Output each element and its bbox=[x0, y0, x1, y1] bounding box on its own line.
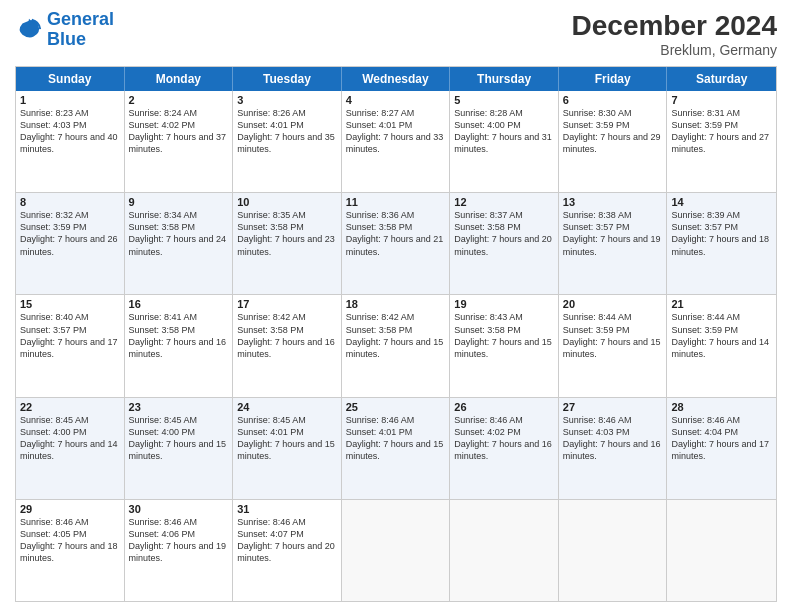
cell-info: Sunrise: 8:46 AM Sunset: 4:05 PM Dayligh… bbox=[20, 516, 120, 565]
cell-info: Sunrise: 8:36 AM Sunset: 3:58 PM Dayligh… bbox=[346, 209, 446, 258]
cell-info: Sunrise: 8:44 AM Sunset: 3:59 PM Dayligh… bbox=[671, 311, 772, 360]
day-num: 10 bbox=[237, 196, 337, 208]
cell-5-fri-empty bbox=[559, 500, 668, 601]
cell-info: Sunrise: 8:24 AM Sunset: 4:02 PM Dayligh… bbox=[129, 107, 229, 156]
week-row-4: 22 Sunrise: 8:45 AM Sunset: 4:00 PM Dayl… bbox=[16, 398, 776, 500]
logo-line1: General bbox=[47, 9, 114, 29]
cell-info: Sunrise: 8:46 AM Sunset: 4:01 PM Dayligh… bbox=[346, 414, 446, 463]
cell-5-mon: 30 Sunrise: 8:46 AM Sunset: 4:06 PM Dayl… bbox=[125, 500, 234, 601]
day-num: 27 bbox=[563, 401, 663, 413]
cell-5-sat-empty bbox=[667, 500, 776, 601]
cell-3-sat: 21 Sunrise: 8:44 AM Sunset: 3:59 PM Dayl… bbox=[667, 295, 776, 396]
cell-3-sun: 15 Sunrise: 8:40 AM Sunset: 3:57 PM Dayl… bbox=[16, 295, 125, 396]
cell-1-wed: 4 Sunrise: 8:27 AM Sunset: 4:01 PM Dayli… bbox=[342, 91, 451, 192]
logo-text: General Blue bbox=[47, 10, 114, 50]
cell-4-tue: 24 Sunrise: 8:45 AM Sunset: 4:01 PM Dayl… bbox=[233, 398, 342, 499]
day-num: 30 bbox=[129, 503, 229, 515]
day-num: 26 bbox=[454, 401, 554, 413]
cell-info: Sunrise: 8:45 AM Sunset: 4:01 PM Dayligh… bbox=[237, 414, 337, 463]
cell-5-thu-empty bbox=[450, 500, 559, 601]
cell-info: Sunrise: 8:38 AM Sunset: 3:57 PM Dayligh… bbox=[563, 209, 663, 258]
cell-5-sun: 29 Sunrise: 8:46 AM Sunset: 4:05 PM Dayl… bbox=[16, 500, 125, 601]
cell-2-fri: 13 Sunrise: 8:38 AM Sunset: 3:57 PM Dayl… bbox=[559, 193, 668, 294]
week-row-3: 15 Sunrise: 8:40 AM Sunset: 3:57 PM Dayl… bbox=[16, 295, 776, 397]
cell-info: Sunrise: 8:44 AM Sunset: 3:59 PM Dayligh… bbox=[563, 311, 663, 360]
page: General Blue December 2024 Breklum, Germ… bbox=[0, 0, 792, 612]
cell-info: Sunrise: 8:46 AM Sunset: 4:02 PM Dayligh… bbox=[454, 414, 554, 463]
cell-3-tue: 17 Sunrise: 8:42 AM Sunset: 3:58 PM Dayl… bbox=[233, 295, 342, 396]
cell-info: Sunrise: 8:41 AM Sunset: 3:58 PM Dayligh… bbox=[129, 311, 229, 360]
calendar-header: Sunday Monday Tuesday Wednesday Thursday… bbox=[16, 67, 776, 91]
day-num: 5 bbox=[454, 94, 554, 106]
day-num: 19 bbox=[454, 298, 554, 310]
cell-5-tue: 31 Sunrise: 8:46 AM Sunset: 4:07 PM Dayl… bbox=[233, 500, 342, 601]
day-num: 21 bbox=[671, 298, 772, 310]
cell-2-sun: 8 Sunrise: 8:32 AM Sunset: 3:59 PM Dayli… bbox=[16, 193, 125, 294]
cell-2-wed: 11 Sunrise: 8:36 AM Sunset: 3:58 PM Dayl… bbox=[342, 193, 451, 294]
cell-info: Sunrise: 8:34 AM Sunset: 3:58 PM Dayligh… bbox=[129, 209, 229, 258]
day-num: 22 bbox=[20, 401, 120, 413]
cell-2-thu: 12 Sunrise: 8:37 AM Sunset: 3:58 PM Dayl… bbox=[450, 193, 559, 294]
cell-info: Sunrise: 8:45 AM Sunset: 4:00 PM Dayligh… bbox=[129, 414, 229, 463]
cell-2-mon: 9 Sunrise: 8:34 AM Sunset: 3:58 PM Dayli… bbox=[125, 193, 234, 294]
day-num: 13 bbox=[563, 196, 663, 208]
day-num: 3 bbox=[237, 94, 337, 106]
cell-1-sat: 7 Sunrise: 8:31 AM Sunset: 3:59 PM Dayli… bbox=[667, 91, 776, 192]
cell-1-sun: 1 Sunrise: 8:23 AM Sunset: 4:03 PM Dayli… bbox=[16, 91, 125, 192]
cell-1-tue: 3 Sunrise: 8:26 AM Sunset: 4:01 PM Dayli… bbox=[233, 91, 342, 192]
day-num: 23 bbox=[129, 401, 229, 413]
day-num: 14 bbox=[671, 196, 772, 208]
cell-1-fri: 6 Sunrise: 8:30 AM Sunset: 3:59 PM Dayli… bbox=[559, 91, 668, 192]
cell-4-sun: 22 Sunrise: 8:45 AM Sunset: 4:00 PM Dayl… bbox=[16, 398, 125, 499]
logo-icon bbox=[15, 16, 43, 44]
cell-info: Sunrise: 8:39 AM Sunset: 3:57 PM Dayligh… bbox=[671, 209, 772, 258]
cell-4-sat: 28 Sunrise: 8:46 AM Sunset: 4:04 PM Dayl… bbox=[667, 398, 776, 499]
cell-info: Sunrise: 8:46 AM Sunset: 4:06 PM Dayligh… bbox=[129, 516, 229, 565]
day-num: 24 bbox=[237, 401, 337, 413]
day-num: 31 bbox=[237, 503, 337, 515]
cell-4-thu: 26 Sunrise: 8:46 AM Sunset: 4:02 PM Dayl… bbox=[450, 398, 559, 499]
week-row-1: 1 Sunrise: 8:23 AM Sunset: 4:03 PM Dayli… bbox=[16, 91, 776, 193]
day-num: 11 bbox=[346, 196, 446, 208]
day-num: 25 bbox=[346, 401, 446, 413]
cell-1-mon: 2 Sunrise: 8:24 AM Sunset: 4:02 PM Dayli… bbox=[125, 91, 234, 192]
week-row-2: 8 Sunrise: 8:32 AM Sunset: 3:59 PM Dayli… bbox=[16, 193, 776, 295]
cell-3-wed: 18 Sunrise: 8:42 AM Sunset: 3:58 PM Dayl… bbox=[342, 295, 451, 396]
cell-info: Sunrise: 8:46 AM Sunset: 4:07 PM Dayligh… bbox=[237, 516, 337, 565]
week-row-5: 29 Sunrise: 8:46 AM Sunset: 4:05 PM Dayl… bbox=[16, 500, 776, 601]
header-sunday: Sunday bbox=[16, 67, 125, 91]
day-num: 2 bbox=[129, 94, 229, 106]
subtitle: Breklum, Germany bbox=[572, 42, 777, 58]
day-num: 4 bbox=[346, 94, 446, 106]
day-num: 15 bbox=[20, 298, 120, 310]
day-num: 9 bbox=[129, 196, 229, 208]
day-num: 7 bbox=[671, 94, 772, 106]
cell-1-thu: 5 Sunrise: 8:28 AM Sunset: 4:00 PM Dayli… bbox=[450, 91, 559, 192]
cell-info: Sunrise: 8:46 AM Sunset: 4:03 PM Dayligh… bbox=[563, 414, 663, 463]
header-tuesday: Tuesday bbox=[233, 67, 342, 91]
cell-info: Sunrise: 8:45 AM Sunset: 4:00 PM Dayligh… bbox=[20, 414, 120, 463]
cell-info: Sunrise: 8:40 AM Sunset: 3:57 PM Dayligh… bbox=[20, 311, 120, 360]
day-num: 1 bbox=[20, 94, 120, 106]
cell-3-fri: 20 Sunrise: 8:44 AM Sunset: 3:59 PM Dayl… bbox=[559, 295, 668, 396]
day-num: 16 bbox=[129, 298, 229, 310]
header-saturday: Saturday bbox=[667, 67, 776, 91]
cell-info: Sunrise: 8:27 AM Sunset: 4:01 PM Dayligh… bbox=[346, 107, 446, 156]
day-num: 17 bbox=[237, 298, 337, 310]
cell-info: Sunrise: 8:42 AM Sunset: 3:58 PM Dayligh… bbox=[237, 311, 337, 360]
cell-info: Sunrise: 8:30 AM Sunset: 3:59 PM Dayligh… bbox=[563, 107, 663, 156]
logo: General Blue bbox=[15, 10, 114, 50]
cell-2-tue: 10 Sunrise: 8:35 AM Sunset: 3:58 PM Dayl… bbox=[233, 193, 342, 294]
day-num: 8 bbox=[20, 196, 120, 208]
day-num: 20 bbox=[563, 298, 663, 310]
cell-5-wed-empty bbox=[342, 500, 451, 601]
cell-info: Sunrise: 8:37 AM Sunset: 3:58 PM Dayligh… bbox=[454, 209, 554, 258]
cell-info: Sunrise: 8:31 AM Sunset: 3:59 PM Dayligh… bbox=[671, 107, 772, 156]
day-num: 12 bbox=[454, 196, 554, 208]
cell-info: Sunrise: 8:28 AM Sunset: 4:00 PM Dayligh… bbox=[454, 107, 554, 156]
header: General Blue December 2024 Breklum, Germ… bbox=[15, 10, 777, 58]
cell-info: Sunrise: 8:46 AM Sunset: 4:04 PM Dayligh… bbox=[671, 414, 772, 463]
cell-info: Sunrise: 8:42 AM Sunset: 3:58 PM Dayligh… bbox=[346, 311, 446, 360]
cell-4-wed: 25 Sunrise: 8:46 AM Sunset: 4:01 PM Dayl… bbox=[342, 398, 451, 499]
day-num: 6 bbox=[563, 94, 663, 106]
